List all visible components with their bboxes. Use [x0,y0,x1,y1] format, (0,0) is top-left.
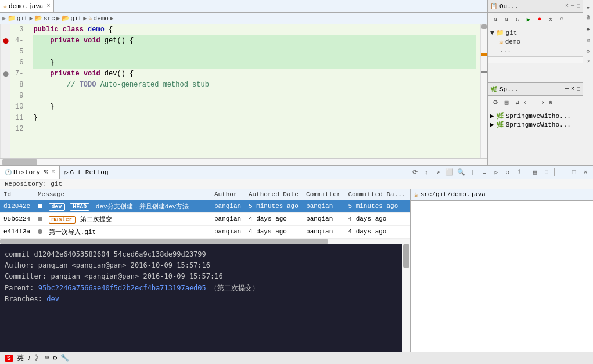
taskbar-lang-icon[interactable]: 英 [17,353,24,363]
commit-date-3: 4 days ago [245,225,303,238]
spring-label-2: SpringmvcWitho... [506,121,571,128]
strip-icon-3[interactable]: ◆ [584,24,593,34]
spring-panel-min[interactable]: ─ [565,86,569,92]
spring-label-1: SpringmvcWitho... [506,113,571,120]
hist-icon-3[interactable]: ↗ [433,167,443,178]
spring-icon-6[interactable]: ⊕ [545,97,556,107]
commit-id-2: 95bc224 [0,212,34,225]
spring-icon-4[interactable]: ⟸ [523,97,534,107]
hist-min[interactable]: ─ [557,167,567,178]
outline-hscrollbar[interactable] [488,56,583,63]
repo-line: Repository: git [0,179,593,189]
breadcrumb-src[interactable]: 📂 src [34,15,55,22]
hist-icon-5[interactable]: 🔍 [456,167,466,178]
java-file-icon: ☕ [3,3,7,10]
history-tab-close[interactable]: × [51,169,55,175]
hist-icon-4[interactable]: ⬜ [444,167,455,178]
commit-message-2: master 第二次提交 [34,212,211,225]
history-tab[interactable]: 🕐 History % × [0,166,60,179]
code-editor[interactable]: ⬤ ⬤ 3 4- 5 6 7- 8 9 10 [0,24,487,158]
hist-icon-10[interactable]: ⤴ [514,167,524,178]
taskbar-settings-icon[interactable]: ⚙ [53,354,57,362]
outline-circle2-icon[interactable]: ○ [556,14,567,24]
outline-panel-close[interactable]: × [565,3,569,9]
commit-row-1[interactable]: d12042e dev HEAD dev分支创建，并且创建dev方法 panqi… [0,200,410,212]
spring-icon-1[interactable]: ⟳ [490,97,501,107]
hist-icon-6[interactable]: | [468,167,478,178]
spring-icon-5[interactable]: ⟹ [534,97,545,107]
hist-icon-8[interactable]: ▷ [491,167,501,178]
outline-panel-min[interactable]: ─ [571,3,574,9]
badge-dev: dev [49,203,65,211]
commit-hscrollbar[interactable] [0,239,410,244]
gutter-mark-7: ⬤ [3,71,9,77]
breadcrumb-git2[interactable]: 📂 git [62,15,82,22]
outline-tree: ▼ 📁 git ☕ demo ... [488,26,583,56]
tree-java-icon: ☕ [499,38,504,45]
strip-icon-2[interactable]: @ [584,13,593,23]
commit-committed-1: 5 minutes ago [344,200,410,212]
detail-vscrollbar[interactable] [402,244,410,352]
tree-item-git[interactable]: ▼ 📁 git [490,28,580,37]
outline-refresh-icon[interactable]: ↻ [512,14,523,24]
taskbar-keyboard-icon[interactable]: ⌨ [45,354,49,362]
outline-sort-icon[interactable]: ⇅ [501,14,512,24]
col-message: Message [34,189,211,200]
tree-item-demo[interactable]: ☕ demo [490,37,580,46]
hist-icon-11[interactable]: ▤ [530,167,540,178]
parent-hash-link[interactable]: 95bc2246a7566ae40f5d2b2ecf4ba713197aed05 [38,284,206,292]
editor-vscrollbar[interactable] [480,24,487,158]
commit-dot-3 [38,229,42,234]
spring-panel-max[interactable]: □ [577,86,580,92]
code-line-6: } [33,57,476,69]
hist-close[interactable]: × [580,167,591,178]
code-line-12 [33,124,476,135]
commit-row-3[interactable]: e414f3a 第一次导入.git panqian 4 days ago pan… [0,225,410,238]
outline-title: Ou... [499,3,519,10]
branch-link[interactable]: dev [46,295,59,303]
editor-hscrollbar[interactable] [0,158,487,165]
taskbar-tool-icon[interactable]: 🔧 [60,354,69,362]
outline-panel-max[interactable]: □ [577,3,580,9]
commit-table-area[interactable]: Id Message Author Authored Date Committe… [0,189,410,239]
git-reflog-tab[interactable]: ▷ Git Reflog [60,166,113,179]
diff-content[interactable] [411,201,593,352]
editor-tab[interactable]: ☕ demo.java × [0,0,54,12]
commit-id-3: e414f3a [0,225,34,238]
code-content[interactable]: public class demo { private void get() {… [28,24,480,158]
breadcrumb-demo[interactable]: ☕ demo [88,15,109,22]
taskbar-music-icon[interactable]: ♪ [27,354,31,362]
hist-icon-2[interactable]: ↕ [421,167,432,178]
spring-icon-2[interactable]: ▤ [501,97,512,107]
breadcrumb-git-icon[interactable]: 📁 git [8,15,28,22]
strip-icon-1[interactable]: ★ [584,2,593,12]
tree-item-more[interactable]: ... [490,46,580,54]
editor-tab-close[interactable]: × [46,3,50,9]
spring-item-1[interactable]: ▶ 🌿 SpringmvcWitho... [490,111,580,120]
commit-committer-2: panqian [303,212,344,225]
spring-item-2[interactable]: ▶ 🌿 SpringmvcWitho... [490,120,580,129]
outline-record-icon[interactable]: ● [534,14,545,24]
strip-icon-5[interactable]: ⚙ [584,46,593,56]
code-line-4: private void get() { [33,35,476,46]
spring-panel-close[interactable]: × [571,86,574,92]
spring-title: Sp... [499,86,519,93]
strip-icon-4[interactable]: ✉ [584,35,593,45]
hist-icon-7[interactable]: ≡ [479,167,490,178]
hist-icon-1[interactable]: ⟳ [409,167,420,178]
editor-tab-label: demo.java [9,3,43,10]
outline-circle1-icon[interactable]: ⊙ [545,14,556,24]
hist-max[interactable]: □ [569,167,579,178]
commit-row-2[interactable]: 95bc224 master 第二次提交 panqian 4 days ago … [0,212,410,225]
commit-message-1: dev HEAD dev分支创建，并且创建dev方法 [34,200,211,212]
outline-run-icon[interactable]: ▶ [523,14,534,24]
strip-icon-6[interactable]: ? [584,57,593,67]
diff-file-path: src/git/demo.java [421,191,486,198]
outline-sync-icon[interactable]: ⇅ [490,14,501,24]
hist-icon-9[interactable]: ↺ [502,167,513,178]
hist-icon-12[interactable]: ⊟ [541,167,552,178]
taskbar-arrow-icon[interactable]: 》 [35,353,42,363]
spring-leaf-icon-1: 🌿 [496,112,504,120]
breadcrumb: ▶ 📁 git ▶ 📂 src ▶ 📂 git ▶ ☕ [0,13,487,24]
spring-icon-3[interactable]: ⇄ [512,97,523,107]
